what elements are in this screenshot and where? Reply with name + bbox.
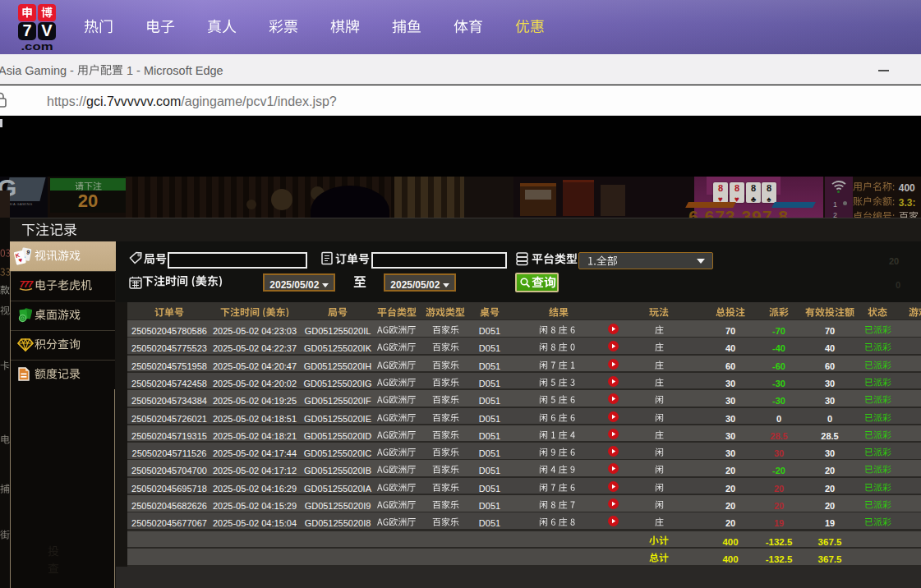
- svg-text:777: 777: [20, 279, 34, 289]
